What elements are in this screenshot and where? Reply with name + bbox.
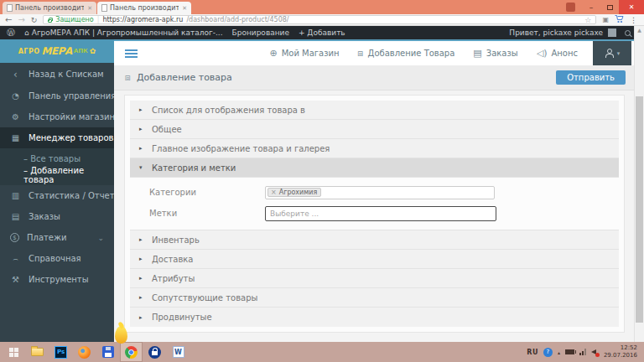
- language-indicator[interactable]: RU: [527, 349, 538, 356]
- booking-menu[interactable]: Бронирование: [232, 28, 289, 37]
- add-new-menu[interactable]: + Добавить: [299, 28, 345, 37]
- flame-graphic: [115, 326, 127, 344]
- accordion-section-advanced[interactable]: ▸ Продвинутые: [130, 308, 619, 327]
- battery-icon[interactable]: [565, 349, 574, 354]
- category-chip[interactable]: × Агрохимия: [267, 188, 321, 197]
- taskbar-photoshop[interactable]: Ps: [49, 342, 72, 362]
- caret-down-icon: ▾: [617, 50, 621, 57]
- browser-profile-badge[interactable]: [566, 3, 575, 12]
- accordion-section-shipping[interactable]: ▸ Доставка: [130, 250, 619, 269]
- browser-tab-1[interactable]: Панель производителя ✕: [3, 2, 96, 14]
- back-icon[interactable]: ←: [5, 15, 12, 24]
- sidebar: АГРО МЕРА АПК ✿ ‹ Назад к Спискам ◔ Пане…: [0, 39, 114, 342]
- search-icon[interactable]: [625, 30, 631, 36]
- accordion-section-inventory[interactable]: ▸ Инвентарь: [130, 230, 619, 250]
- accordion-section-main-image[interactable]: ▸ Главное изображение товара и галерея: [130, 139, 619, 158]
- tags-input[interactable]: [265, 206, 496, 221]
- reload-icon[interactable]: ↻: [31, 16, 38, 24]
- section-title: Список для отображения товара в: [152, 106, 305, 115]
- secure-lock-icon: [48, 19, 52, 23]
- wrench-icon: ⚒: [10, 275, 21, 284]
- user-menu-button[interactable]: ▾: [593, 41, 631, 65]
- tags-label: Метки: [149, 209, 265, 218]
- sidebar-item-orders[interactable]: ▤ Заказы: [0, 206, 114, 227]
- sidebar-item-tools[interactable]: ⚒ Инструменты: [0, 269, 114, 290]
- taskbar-word[interactable]: W: [167, 342, 190, 362]
- sidebar-item-payments[interactable]: $ Платежи ⌄: [0, 227, 114, 248]
- cart-extension-icon[interactable]: [615, 15, 624, 25]
- chip-remove-icon[interactable]: ×: [271, 189, 277, 196]
- windows-logo-icon: [9, 348, 18, 357]
- nav-item-announce[interactable]: ◁) Анонс: [537, 48, 578, 59]
- sidebar-item-shop-settings[interactable]: ⚙ Настройки магазина ⌄: [0, 106, 114, 127]
- user-icon: [605, 49, 614, 58]
- section-title: Продвинутые: [152, 313, 212, 322]
- avatar: [608, 28, 616, 37]
- flower-icon: ✿: [90, 47, 96, 55]
- show-hidden-icons-caret[interactable]: ▴: [558, 349, 560, 355]
- submit-button[interactable]: Отправить: [556, 70, 626, 85]
- sidebar-item-product-manager[interactable]: ▦ Менеджер товаров ⌄: [0, 127, 114, 148]
- scrollbar-thumb[interactable]: [636, 96, 643, 323]
- graduation-cap-icon: ⌢: [10, 254, 21, 264]
- firefox-icon: [78, 346, 91, 359]
- maximize-button[interactable]: [600, 0, 619, 14]
- sidebar-item-back-to-lists[interactable]: ‹ Назад к Спискам: [0, 63, 114, 85]
- start-button[interactable]: [3, 342, 25, 362]
- accordion-section-attributes[interactable]: ▸ Атрибуты: [130, 269, 619, 288]
- accordion-section-related-products[interactable]: ▸ Сопутствующие товары: [130, 288, 619, 308]
- sidebar-item-label: Справочная: [29, 254, 81, 263]
- browser-tab-2[interactable]: Панель производителя ✕: [97, 2, 191, 14]
- submenu-item-all-products[interactable]: – Все товары: [0, 151, 114, 167]
- nav-item-label: Заказы: [486, 49, 518, 58]
- accordion-section-display-list[interactable]: ▸ Список для отображения товара в: [130, 101, 619, 120]
- taskbar-clock[interactable]: 12:52 29.07.2016: [604, 344, 637, 359]
- nav-item-add-product[interactable]: ⧈ Добавление Товара: [358, 48, 455, 59]
- taskbar-firefox[interactable]: [73, 342, 96, 362]
- accordion-section-category-tags[interactable]: ▾ Категория и метки: [130, 158, 619, 178]
- site-menu[interactable]: ⌂ АгроМЕРА АПК | Агропромышленный катало…: [24, 28, 223, 37]
- nav-item-label: Мой Магазин: [282, 49, 340, 58]
- section-title: Атрибуты: [152, 274, 195, 283]
- folder-icon: [31, 348, 44, 356]
- close-button[interactable]: ✕: [619, 0, 644, 14]
- accordion-section-general[interactable]: ▸ Общее: [130, 120, 619, 139]
- page-favicon: [7, 4, 13, 12]
- address-bar[interactable]: Защищено | https://agromera-apk.ru/dashb…: [43, 15, 596, 24]
- greeting-text[interactable]: Привет, pickaxe pickaxe: [509, 28, 603, 37]
- taskbar-chrome[interactable]: [120, 342, 143, 362]
- extension-icon[interactable]: ▣: [602, 16, 609, 23]
- tab-close-icon[interactable]: ✕: [182, 5, 187, 12]
- taskbar-save-app[interactable]: [96, 342, 119, 362]
- wordpress-logo-icon[interactable]: Ⓦ: [7, 27, 15, 39]
- nav-item-orders[interactable]: ▤ Заказы: [473, 48, 517, 59]
- nav-item-my-shop[interactable]: ⊕ Мой Магазин: [269, 48, 339, 59]
- admin-bar-right: Привет, pickaxe pickaxe: [509, 28, 631, 37]
- browser-menu-icon[interactable]: ⋮: [630, 16, 637, 24]
- network-icon[interactable]: [579, 349, 586, 355]
- site-title: АгроМЕРА АПК | Агропромышленный каталог-…: [32, 28, 223, 37]
- floppy-icon: [102, 346, 114, 358]
- submenu-item-add-product[interactable]: – Добавление товара: [0, 167, 114, 183]
- nav-item-label: Добавление Товара: [368, 49, 455, 58]
- lock-icon: [148, 346, 161, 359]
- sidebar-item-statistics[interactable]: ▥ Статистика / Отчеты ⌄: [0, 185, 114, 206]
- hamburger-menu-icon[interactable]: [114, 49, 151, 58]
- agromera-logo[interactable]: АГРО МЕРА АПК ✿: [0, 39, 114, 63]
- system-tray: RU ? ▴ 12:52 29.07.2016: [527, 344, 641, 359]
- taskbar-lock-app[interactable]: [143, 342, 166, 362]
- forward-icon[interactable]: →: [18, 15, 24, 24]
- volume-muted-icon[interactable]: [591, 349, 599, 356]
- categories-input[interactable]: × Агрохимия: [265, 186, 495, 199]
- bookmark-star-icon[interactable]: ☆: [584, 16, 591, 24]
- dollar-icon: $: [10, 233, 19, 242]
- sidebar-item-help[interactable]: ⌢ Справочная: [0, 248, 114, 269]
- section-title: Сопутствующие товары: [152, 293, 257, 303]
- tab-close-icon[interactable]: ✕: [87, 5, 92, 12]
- sidebar-item-dashboard[interactable]: ◔ Панель управления: [0, 85, 114, 106]
- secure-label[interactable]: Защищено: [55, 16, 93, 23]
- taskbar-explorer[interactable]: [26, 342, 49, 362]
- help-tray-icon[interactable]: ?: [543, 348, 553, 357]
- minimize-button[interactable]: –: [582, 0, 600, 14]
- scrollbar-up-arrow[interactable]: ▲: [635, 26, 644, 34]
